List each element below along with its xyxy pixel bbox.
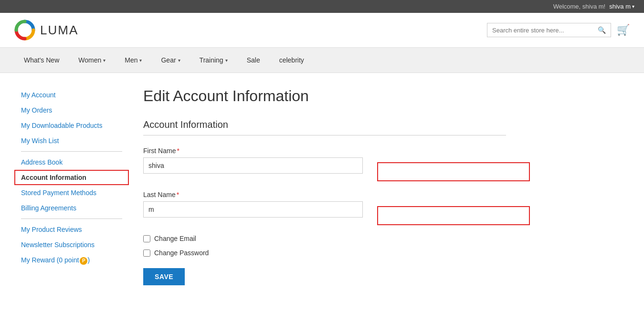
welcome-text: Welcome, shiva m! (553, 3, 606, 10)
first-name-required: * (177, 147, 179, 155)
nav-item-men[interactable]: Men ▾ (115, 48, 151, 73)
save-button[interactable]: Save (143, 268, 185, 285)
sidebar: My Account My Orders My Downloadable Pro… (14, 87, 129, 285)
reward-badge: P (80, 257, 87, 265)
last-name-label: Last Name* (143, 191, 363, 198)
last-name-input[interactable] (143, 201, 363, 218)
first-name-group: First Name* (143, 147, 363, 174)
last-name-group: Last Name* (143, 191, 363, 218)
search-box[interactable]: 🔍 (487, 23, 611, 37)
change-password-checkbox[interactable] (143, 250, 150, 257)
section-title: Account Information (143, 119, 506, 135)
sidebar-item-my-account[interactable]: My Account (14, 87, 129, 103)
nav-item-training[interactable]: Training ▾ (190, 48, 237, 73)
top-bar: Welcome, shiva m! shiva m ▾ (0, 0, 644, 13)
form-area: Edit Account Information Account Informa… (143, 87, 573, 285)
main-content: My Account My Orders My Downloadable Pro… (0, 73, 644, 300)
sidebar-item-my-orders[interactable]: My Orders (14, 103, 129, 118)
sidebar-item-my-reward[interactable]: My Reward (0 pointP) (14, 252, 129, 269)
sidebar-item-my-downloadable-products[interactable]: My Downloadable Products (14, 118, 129, 133)
nav-item-women[interactable]: Women ▾ (69, 48, 115, 73)
first-name-secondary-box (377, 147, 530, 181)
nav-chevron-women: ▾ (103, 58, 106, 63)
sidebar-item-newsletter-subscriptions[interactable]: Newsletter Subscriptions (14, 237, 129, 252)
first-name-input[interactable] (143, 157, 363, 174)
search-icon[interactable]: 🔍 (598, 26, 606, 34)
nav-item-celebrity[interactable]: celebrity (270, 48, 314, 73)
header-right: 🔍 🛒 (487, 23, 630, 37)
nav-item-whats-new[interactable]: What's New (14, 48, 69, 73)
first-name-label: First Name* (143, 147, 363, 155)
sidebar-item-billing-agreements[interactable]: Billing Agreements (14, 200, 129, 216)
logo-text: LUMA (40, 23, 78, 38)
sidebar-divider-2 (21, 218, 122, 219)
username: shiva m (609, 3, 631, 10)
last-name-row: Last Name* (143, 191, 573, 225)
logo-icon (14, 20, 35, 41)
change-password-label[interactable]: Change Password (154, 249, 209, 257)
sidebar-item-stored-payment-methods[interactable]: Stored Payment Methods (14, 185, 129, 200)
sidebar-item-address-book[interactable]: Address Book (14, 155, 129, 170)
user-menu-chevron: ▾ (632, 4, 634, 9)
first-name-row: First Name* (143, 147, 573, 181)
last-name-secondary-box (377, 191, 530, 225)
sidebar-item-my-wish-list[interactable]: My Wish List (14, 133, 129, 148)
nav-chevron-training: ▾ (225, 58, 228, 63)
change-email-checkbox[interactable] (143, 235, 150, 242)
search-input[interactable] (492, 27, 595, 34)
nav-item-gear[interactable]: Gear ▾ (151, 48, 190, 73)
user-menu[interactable]: shiva m ▾ (609, 3, 634, 10)
change-email-row: Change Email (143, 235, 573, 242)
logo-area[interactable]: LUMA (14, 20, 78, 41)
first-name-red-box (377, 162, 530, 181)
last-name-red-box (377, 206, 530, 225)
sidebar-item-my-product-reviews[interactable]: My Product Reviews (14, 222, 129, 237)
page-title: Edit Account Information (143, 87, 573, 105)
sidebar-item-account-information[interactable]: Account Information (14, 170, 129, 185)
nav-chevron-men: ▾ (139, 58, 142, 63)
change-email-label[interactable]: Change Email (154, 235, 196, 242)
nav-item-sale[interactable]: Sale (237, 48, 270, 73)
header: LUMA 🔍 🛒 (0, 13, 644, 48)
change-password-row: Change Password (143, 249, 573, 257)
nav-bar: What's New Women ▾ Men ▾ Gear ▾ Training… (0, 48, 644, 73)
sidebar-divider-1 (21, 151, 122, 152)
cart-icon[interactable]: 🛒 (617, 24, 630, 36)
nav-chevron-gear: ▾ (178, 58, 180, 63)
last-name-required: * (177, 191, 179, 198)
